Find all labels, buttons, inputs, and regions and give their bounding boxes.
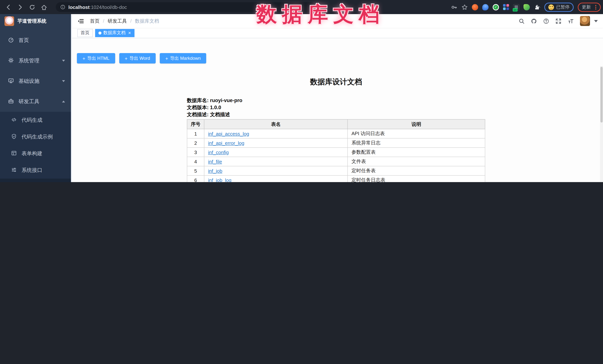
active-dot — [98, 31, 101, 34]
help-icon[interactable] — [543, 18, 549, 24]
scrollbar-thumb[interactable] — [600, 67, 603, 122]
tags-view-bar: 首页 数据库文档 — [72, 28, 603, 38]
breadcrumb-item: 数据库文档 — [135, 18, 159, 24]
extension-icon[interactable]: on — [513, 4, 519, 10]
font-size-icon[interactable] — [568, 18, 574, 24]
browser-back-icon[interactable] — [5, 4, 12, 10]
user-avatar[interactable] — [580, 16, 590, 26]
update-label: 更新 — [582, 4, 591, 10]
row-description: API 访问日志表 — [348, 129, 485, 138]
inf_job_log: 6 inf_job_log 定时任务日志表 — [187, 176, 485, 182]
table-link[interactable]: inf_api_error_log — [208, 140, 244, 146]
sidebar-item-system-api[interactable]: 系统接口 — [0, 162, 71, 178]
breadcrumb-item[interactable]: 研发工具 — [108, 18, 127, 24]
dashboard-icon — [8, 37, 14, 44]
table-link[interactable]: inf_api_access_log — [208, 131, 249, 136]
tab-home[interactable]: 首页 — [77, 29, 93, 37]
menu-dots-icon[interactable] — [593, 4, 599, 10]
profile-avatar-icon — [548, 4, 554, 10]
col-header-desc: 说明 — [348, 119, 485, 129]
browser-forward-icon[interactable] — [17, 4, 23, 10]
search-icon[interactable] — [519, 18, 525, 24]
breadcrumb-item[interactable]: 首页 — [90, 18, 100, 24]
row-description: 系统异常日志 — [348, 138, 485, 148]
breadcrumb-item: / — [130, 18, 131, 24]
row-number: 4 — [187, 157, 204, 166]
extensions-puzzle-icon[interactable] — [534, 4, 540, 10]
chevron-icon — [62, 60, 65, 62]
bookmark-star-icon[interactable] — [462, 4, 468, 10]
profile-paused-badge[interactable]: 已暂停 — [544, 2, 574, 12]
content-scrollbar[interactable] — [600, 66, 603, 182]
sidebar-item-codegen-demo[interactable]: 代码生成示例 — [0, 128, 71, 145]
gear-icon — [8, 57, 14, 64]
table-link[interactable]: inf_config — [208, 149, 229, 155]
row-description: 定时任务日志表 — [348, 176, 485, 182]
sliders-icon — [11, 167, 17, 174]
row-number: 5 — [187, 166, 204, 176]
col-header-name: 表名 — [204, 119, 348, 129]
extension-icon[interactable] — [503, 4, 509, 10]
sidebar-item-devtools[interactable]: 研发工具 — [0, 91, 71, 112]
annotation-overlay-text: 数据库文档 — [256, 1, 384, 28]
inf_job: 5 inf_job 定时任务表 — [187, 166, 485, 176]
table-link[interactable]: inf_job_log — [208, 177, 232, 182]
sidebar: 芋道管理系统 首页 系统管理 基础设施 — [0, 14, 72, 182]
paused-label: 已暂停 — [556, 4, 569, 10]
export-html-button[interactable]: 导出 HTML — [77, 53, 115, 64]
tables-index: 序号 表名 说明 1 inf_api_access_log API 访问日志表 — [187, 119, 485, 182]
inf_file: 4 inf_file 文件表 — [187, 157, 485, 166]
sidebar-item-system[interactable]: 系统管理 — [0, 51, 71, 71]
table-link[interactable]: inf_file — [208, 159, 222, 164]
row-description: 定时任务表 — [348, 166, 485, 176]
breadcrumb-item: / — [103, 18, 104, 24]
col-header-num: 序号 — [187, 119, 204, 129]
export-toolbar: 导出 HTML导出 Word导出 Markdown — [77, 53, 206, 64]
sidebar-item-form-builder[interactable]: 表单构建 — [0, 145, 71, 162]
row-description: 参数配置表 — [348, 148, 485, 157]
fullscreen-icon[interactable] — [556, 18, 561, 24]
form-icon — [11, 150, 17, 157]
extension-icon[interactable] — [523, 4, 530, 10]
browser-update-button[interactable]: 更新 — [578, 2, 601, 12]
sidebar-item-label: 首页 — [19, 37, 29, 44]
sidebar-item-label: 系统接口 — [22, 167, 42, 174]
sidebar-collapse-icon[interactable] — [77, 18, 84, 24]
chevron-icon — [62, 101, 65, 102]
sidebar-item-home[interactable]: 首页 — [0, 30, 71, 51]
password-key-icon[interactable] — [451, 4, 457, 10]
sidebar-item-label: 系统管理 — [19, 57, 39, 64]
monitor-icon — [8, 78, 14, 84]
github-icon[interactable] — [531, 18, 537, 24]
sidebar-item-label: 基础设施 — [19, 78, 39, 84]
shield-check-icon — [11, 133, 17, 140]
browser-home-icon[interactable] — [41, 4, 47, 10]
toolbox-icon — [8, 98, 14, 105]
app-title: 芋道管理系统 — [17, 18, 46, 24]
app-window: 芋道管理系统 首页 系统管理 基础设施 — [0, 14, 603, 182]
main-area: 首页/研发工具/数据库文档 首页 — [72, 14, 603, 182]
sidebar-item-db-doc[interactable]: 数据库文档 — [0, 178, 71, 182]
sidebar-item-infra[interactable]: 基础设施 — [0, 71, 71, 91]
extension-icon[interactable] — [482, 4, 488, 10]
doc-title: 数据库设计文档 — [187, 77, 485, 87]
export-markdown-button[interactable]: 导出 Markdown — [160, 53, 206, 64]
table-link[interactable]: inf_job — [208, 168, 222, 174]
extension-icon[interactable]: ✓ — [493, 4, 499, 10]
site-info-icon[interactable] — [60, 4, 65, 10]
tab-db-doc[interactable]: 数据库文档 — [95, 29, 134, 37]
export-word-button[interactable]: 导出 Word — [119, 53, 156, 64]
sidebar-item-label: 代码生成 — [22, 117, 42, 123]
user-menu-caret-icon[interactable] — [594, 20, 598, 22]
extension-icon[interactable] — [472, 4, 478, 10]
db-doc: 数据库设计文档 数据库名: ruoyi-vue-pro文档版本: 1.0.0文档… — [187, 77, 485, 182]
browser-reload-icon[interactable] — [29, 4, 35, 10]
inf_config: 3 inf_config 参数配置表 — [187, 148, 485, 157]
sidebar-item-label: 研发工具 — [19, 98, 39, 105]
row-description: 文件表 — [348, 157, 485, 166]
meta-line: 文档描述: 文档描述 — [187, 111, 485, 118]
sidebar-item-codegen[interactable]: 代码生成 — [0, 112, 71, 128]
inf_api_access_log: 1 inf_api_access_log API 访问日志表 — [187, 129, 485, 138]
close-icon[interactable] — [128, 31, 131, 35]
url-text: localhost:1024/tool/db-doc — [68, 4, 127, 10]
